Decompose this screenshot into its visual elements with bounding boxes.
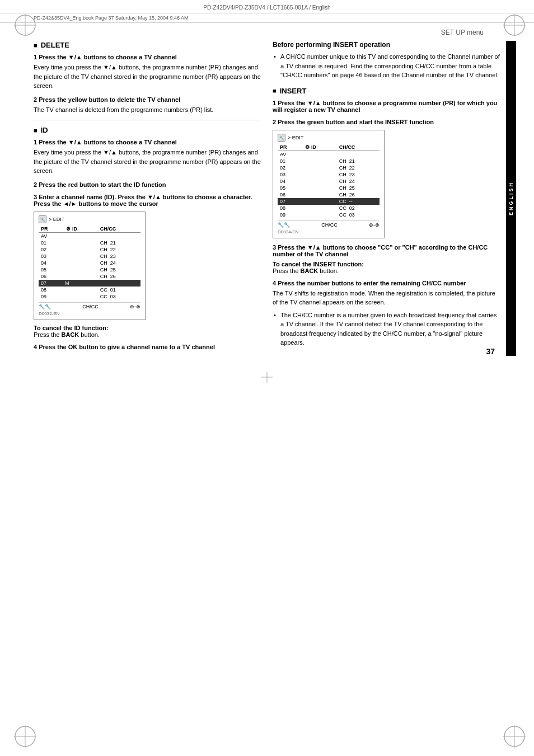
id-step1: 1 Press the ▼/▲ buttons to choose a TV c… xyxy=(34,139,261,176)
id-step2: 2 Press the red button to start the ID f… xyxy=(34,181,261,188)
table-row: 06CH 26 xyxy=(39,273,140,280)
screen1-col-headers: PR ⚙ IDCH/CC xyxy=(39,226,140,233)
id-step1-body: Every time you press the ▼/▲ buttons, th… xyxy=(34,148,261,176)
screen1-icon: 🔧 xyxy=(39,215,46,223)
divider-1 xyxy=(34,120,261,120)
insert-section-heading: INSERT xyxy=(273,87,500,95)
table-row: 03CH 23 xyxy=(39,253,140,260)
screen1-footer: 🔧🔧 CH/CC ⊕-⊗ xyxy=(39,302,140,309)
page-number: 37 xyxy=(486,347,495,356)
insert-step4-body: The TV shifts to registration mode. When… xyxy=(273,289,500,307)
id-step3-title: 3 Enter a channel name (ID). Press the ▼… xyxy=(34,194,261,207)
table-row: 02CH 22 xyxy=(39,246,140,253)
delete-section-heading: DELETE xyxy=(34,41,261,49)
table-row: 02CH 22 xyxy=(278,165,380,171)
insert-step3-title: 3 Press the ▼/▲ buttons to choose "CC" o… xyxy=(273,244,500,257)
insert-screen-mockup: 🔧 > EDIT PR ⚙ IDCH/CC AV 01CH 21 02CH 22… xyxy=(273,130,385,238)
table-row: 01CH 21 xyxy=(278,158,380,165)
cancel-id-note: To cancel the ID function: Press the BAC… xyxy=(34,325,261,338)
table-row-highlight: 07M xyxy=(39,280,140,287)
insert-step3: 3 Press the ▼/▲ buttons to choose "CC" o… xyxy=(273,244,500,274)
english-sidebar: ENGLISH xyxy=(506,41,516,356)
insert-before-heading: Before performing INSERT operation xyxy=(273,41,500,49)
table-row-highlight: 07CC -- xyxy=(278,198,380,205)
table-row: 01CH 21 xyxy=(39,240,140,246)
screen1-code: D0032-EN xyxy=(39,311,140,316)
insert-before-section: Before performing INSERT operation A CH/… xyxy=(273,41,500,80)
screen1-header: 🔧 > EDIT xyxy=(39,215,140,223)
insert-step4-title: 4 Press the number buttons to enter the … xyxy=(273,280,500,287)
corner-decoration-br xyxy=(500,722,523,745)
table-row: 04CH 24 xyxy=(278,178,380,185)
table-row: 05CH 25 xyxy=(278,185,380,191)
delete-step1-body: Every time you press the ▼/▲ buttons, th… xyxy=(34,63,261,91)
left-column: DELETE 1 Press the ▼/▲ buttons to choose… xyxy=(34,41,261,356)
cancel-insert-note: To cancel the INSERT function: Press the… xyxy=(273,261,500,274)
table-row: 04CH 24 xyxy=(39,260,140,266)
screen2-icon: 🔧 xyxy=(278,134,285,142)
id-step2-title: 2 Press the red button to start the ID f… xyxy=(34,181,261,188)
delete-step2-title: 2 Press the yellow button to delete the … xyxy=(34,96,261,103)
page-header-file: PD-Z42&35DV4_Eng.book Page 37 Saturday, … xyxy=(0,13,534,23)
delete-step1: 1 Press the ▼/▲ buttons to choose a TV c… xyxy=(34,54,261,91)
insert-step4: 4 Press the number buttons to enter the … xyxy=(273,280,500,348)
table-row: 09CC 03 xyxy=(278,212,380,218)
screen1-table: PR ⚙ IDCH/CC AV 01CH 21 02CH 22 03CH 23 … xyxy=(39,226,140,300)
id-step3: 3 Enter a channel name (ID). Press the ▼… xyxy=(34,194,261,338)
bottom-center-mark xyxy=(261,372,273,384)
id-step4-title: 4 Press the OK button to give a channel … xyxy=(34,344,261,350)
delete-step1-title: 1 Press the ▼/▲ buttons to choose a TV c… xyxy=(34,54,261,60)
screen2-col-headers: PR ⚙ IDCH/CC xyxy=(278,144,380,151)
right-column: ENGLISH Before performing INSERT operati… xyxy=(273,41,500,356)
screen2-table: PR ⚙ IDCH/CC AV 01CH 21 02CH 22 03CH 23 … xyxy=(278,144,380,218)
insert-step2: 2 Press the green button and start the I… xyxy=(273,119,500,238)
insert-step1-title: 1 Press the ▼/▲ buttons to choose a prog… xyxy=(273,100,500,113)
screen2-footer: 🔧🔧 CH/CC ⊕-⊗ xyxy=(278,220,380,228)
delete-step2: 2 Press the yellow button to delete the … xyxy=(34,96,261,115)
setup-menu-label: SET UP menu xyxy=(34,29,500,36)
table-row: AV xyxy=(39,232,140,240)
delete-step2-body: The TV channel is deleted from the progr… xyxy=(34,105,261,115)
screen2-code: D0034-EN xyxy=(278,229,380,234)
table-row: 05CH 25 xyxy=(39,266,140,273)
table-row: 08CC 02 xyxy=(278,205,380,212)
insert-step1: 1 Press the ▼/▲ buttons to choose a prog… xyxy=(273,100,500,113)
table-row: AV xyxy=(278,151,380,158)
insert-step2-title: 2 Press the green button and start the I… xyxy=(273,119,500,125)
corner-decoration-bl xyxy=(11,722,34,745)
insert-step4-bullet: The CH/CC number is a number given to ea… xyxy=(273,311,500,348)
id-screen-mockup: 🔧 > EDIT PR ⚙ IDCH/CC AV 01CH 21 02CH 22… xyxy=(34,212,146,320)
table-row: 03CH 23 xyxy=(278,171,380,178)
table-row: 09CC 03 xyxy=(39,293,140,300)
table-row: 08CC 01 xyxy=(39,287,140,293)
id-step4: 4 Press the OK button to give a channel … xyxy=(34,344,261,350)
table-row: 06CH 26 xyxy=(278,191,380,198)
insert-before-bullet: A CH/CC number unique to this TV and cor… xyxy=(273,52,500,80)
screen2-header: 🔧 > EDIT xyxy=(278,134,380,142)
page-header-title: PD-Z42DV4/PD-Z35DV4 / LCT1665-001A / Eng… xyxy=(0,0,534,13)
id-step1-title: 1 Press the ▼/▲ buttons to choose a TV c… xyxy=(34,139,261,145)
id-section-heading: ID xyxy=(34,126,261,134)
